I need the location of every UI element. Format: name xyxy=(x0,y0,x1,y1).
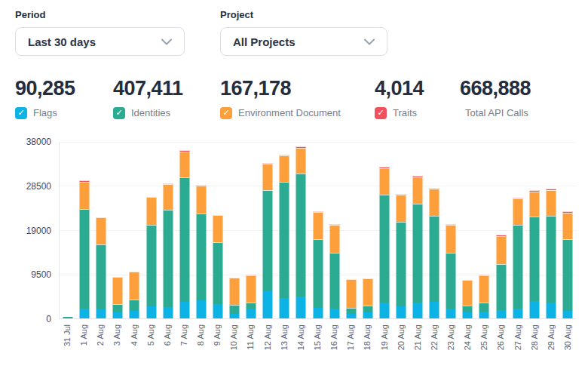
bar-segment-identities xyxy=(346,308,356,314)
bar-segment-flags xyxy=(163,307,173,318)
stacked-bar-31-jul[interactable] xyxy=(63,317,73,318)
project-label: Project xyxy=(220,9,387,20)
chevron-down-icon xyxy=(364,38,375,45)
x-axis-tick: 19 Aug xyxy=(380,324,389,359)
bar-segment-environment-document xyxy=(346,279,356,308)
bar-segment-flags xyxy=(346,314,356,318)
bar-segment-environment-document xyxy=(113,277,123,304)
bar-segment-identities xyxy=(329,253,339,309)
stat-flags: 90,285 ✓ Flags xyxy=(15,77,113,119)
bar-segment-flags xyxy=(296,297,306,318)
x-axis-tick: 28 Aug xyxy=(530,324,539,359)
bar-segment-flags xyxy=(146,306,156,318)
identities-checkbox[interactable]: ✓ xyxy=(113,107,125,119)
bar-segment-identities xyxy=(296,174,306,297)
y-axis-tick: 0 xyxy=(46,314,51,324)
bar-segment-environment-document xyxy=(247,275,256,303)
stacked-bar-6-aug[interactable] xyxy=(163,183,173,318)
stat-environment-document-label: Environment Document xyxy=(238,107,341,118)
bar-segment-flags xyxy=(546,303,556,318)
bar-segment-flags xyxy=(562,311,572,318)
y-axis-tick: 19000 xyxy=(26,226,51,236)
flags-checkbox[interactable]: ✓ xyxy=(15,107,27,119)
stacked-bar-23-aug[interactable] xyxy=(446,224,456,318)
stacked-bar-20-aug[interactable] xyxy=(396,194,406,318)
stacked-bar-25-aug[interactable] xyxy=(479,275,489,318)
stacked-bar-12-aug[interactable] xyxy=(263,163,273,318)
bar-segment-environment-document xyxy=(396,195,406,222)
bar-segment-identities xyxy=(179,177,189,302)
bar-segment-identities xyxy=(496,264,506,310)
stat-environment-document-value: 167,178 xyxy=(220,77,375,100)
bar-segment-flags xyxy=(263,291,273,318)
x-axis-tick: 10 Aug xyxy=(229,324,238,359)
x-axis-tick: 29 Aug xyxy=(547,324,556,359)
stacked-bar-5-aug[interactable] xyxy=(146,197,156,318)
period-select[interactable]: Last 30 days xyxy=(15,27,185,56)
bar-segment-environment-document xyxy=(213,215,222,242)
bar-segment-environment-document xyxy=(529,192,539,217)
stacked-bar-18-aug[interactable] xyxy=(363,278,372,318)
bar-segment-identities xyxy=(280,182,289,298)
bar-segment-identities xyxy=(446,253,456,309)
bar-segment-identities xyxy=(546,216,556,303)
stacked-bar-28-aug[interactable] xyxy=(529,190,539,318)
x-axis-tick: 17 Aug xyxy=(346,324,355,359)
stacked-bar-3-aug[interactable] xyxy=(113,277,123,318)
stacked-bar-22-aug[interactable] xyxy=(430,188,439,318)
bar-segment-flags xyxy=(80,309,90,318)
bar-segment-environment-document xyxy=(430,189,439,216)
stat-total-api-calls: 668,888 Total API Calls xyxy=(460,77,531,119)
stacked-bar-11-aug[interactable] xyxy=(247,275,256,318)
bar-segment-flags xyxy=(396,306,406,318)
bar-segment-identities xyxy=(562,239,572,311)
stacked-bar-8-aug[interactable] xyxy=(196,185,206,318)
stat-identities-label: Identities xyxy=(131,107,170,118)
stacked-bar-16-aug[interactable] xyxy=(329,224,339,318)
bar-segment-identities xyxy=(130,300,139,311)
stacked-bar-29-aug[interactable] xyxy=(546,189,556,318)
bar-segment-flags xyxy=(247,309,256,318)
stacked-bar-30-aug[interactable] xyxy=(562,211,572,318)
bar-segment-identities xyxy=(513,225,522,309)
bar-segment-environment-document xyxy=(196,186,206,214)
plot-area xyxy=(59,142,576,319)
stacked-bar-21-aug[interactable] xyxy=(413,176,423,318)
x-axis-tick: 13 Aug xyxy=(280,324,289,359)
bar-segment-environment-document xyxy=(146,197,156,225)
bar-segment-environment-document xyxy=(96,217,106,244)
bar-segment-identities xyxy=(63,317,73,318)
stacked-bar-14-aug[interactable] xyxy=(296,146,306,318)
stacked-bar-2-aug[interactable] xyxy=(96,217,106,318)
x-axis-tick: 12 Aug xyxy=(263,324,272,359)
stacked-bar-1-aug[interactable] xyxy=(80,180,90,318)
stacked-bar-17-aug[interactable] xyxy=(346,279,356,318)
stacked-bar-13-aug[interactable] xyxy=(280,155,289,318)
y-axis-labels: 09500190002850038000 xyxy=(15,142,51,319)
stacked-bar-19-aug[interactable] xyxy=(379,167,389,318)
environment-document-checkbox[interactable]: ✓ xyxy=(220,107,232,119)
stacked-bar-26-aug[interactable] xyxy=(496,235,506,318)
bar-segment-identities xyxy=(113,304,123,312)
stacked-bar-27-aug[interactable] xyxy=(513,198,522,318)
stat-total-api-calls-label: Total API Calls xyxy=(465,107,528,118)
bar-segment-environment-document xyxy=(562,213,572,239)
x-axis-tick: 3 Aug xyxy=(112,324,121,359)
stacked-bar-15-aug[interactable] xyxy=(313,211,323,318)
project-select[interactable]: All Projects xyxy=(220,27,387,56)
bar-segment-environment-document xyxy=(80,182,90,209)
x-axis-tick: 20 Aug xyxy=(397,324,406,359)
stacked-bar-24-aug[interactable] xyxy=(463,280,473,318)
bar-segment-flags xyxy=(479,312,489,318)
stacked-bar-10-aug[interactable] xyxy=(230,278,240,318)
x-axis-tick: 5 Aug xyxy=(146,324,155,359)
bar-segment-environment-document xyxy=(513,198,522,225)
bar-segment-environment-document xyxy=(280,155,289,182)
x-axis-tick: 7 Aug xyxy=(179,324,188,359)
stacked-bar-9-aug[interactable] xyxy=(213,215,222,318)
bar-segment-flags xyxy=(96,309,106,318)
stacked-bar-7-aug[interactable] xyxy=(179,150,189,318)
traits-checkbox[interactable]: ✓ xyxy=(375,107,387,119)
x-axis-tick: 16 Aug xyxy=(329,324,338,359)
stacked-bar-4-aug[interactable] xyxy=(130,272,139,318)
